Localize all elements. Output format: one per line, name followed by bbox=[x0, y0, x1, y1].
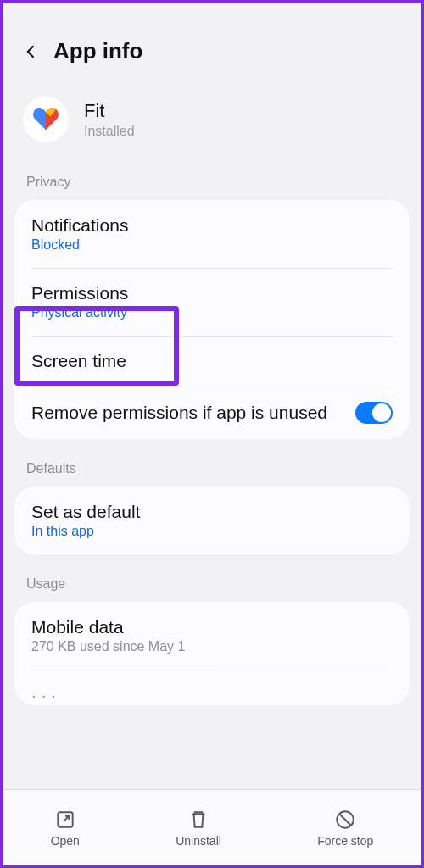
back-icon[interactable] bbox=[23, 43, 40, 60]
set-default-sub: In this app bbox=[31, 524, 393, 539]
section-label-privacy: Privacy bbox=[14, 168, 410, 200]
open-icon bbox=[54, 809, 76, 831]
app-status: Installed bbox=[84, 124, 135, 139]
defaults-card: Set as default In this app bbox=[14, 487, 410, 554]
uninstall-label: Uninstall bbox=[176, 834, 221, 848]
notifications-title: Notifications bbox=[31, 215, 393, 236]
force-stop-button[interactable]: Force stop bbox=[317, 809, 373, 848]
app-name: Fit bbox=[84, 100, 135, 122]
bottom-bar: Open Uninstall Force stop bbox=[3, 789, 421, 865]
permissions-row[interactable]: Permissions Physical activity bbox=[14, 268, 410, 336]
section-label-defaults: Defaults bbox=[14, 454, 410, 487]
force-stop-label: Force stop bbox=[317, 834, 373, 848]
privacy-card: Notifications Blocked Permissions Physic… bbox=[14, 200, 410, 439]
cutoff-row: · · · bbox=[14, 670, 410, 705]
google-fit-heart-icon bbox=[32, 108, 59, 131]
app-icon bbox=[23, 97, 69, 142]
screen-time-row[interactable]: Screen time bbox=[14, 336, 410, 387]
notifications-row[interactable]: Notifications Blocked bbox=[14, 200, 410, 268]
page-title: App info bbox=[53, 38, 142, 64]
uninstall-button[interactable]: Uninstall bbox=[176, 809, 221, 848]
notifications-sub: Blocked bbox=[31, 237, 393, 253]
mobile-data-title: Mobile data bbox=[31, 617, 393, 637]
remove-perms-row[interactable]: Remove permissions if app is unused bbox=[14, 387, 410, 439]
set-default-row[interactable]: Set as default In this app bbox=[14, 487, 410, 554]
app-summary: Fit Installed bbox=[14, 90, 410, 168]
permissions-sub: Physical activity bbox=[31, 305, 393, 320]
force-stop-icon bbox=[334, 809, 356, 831]
trash-icon bbox=[187, 809, 209, 831]
open-label: Open bbox=[51, 834, 80, 848]
section-label-usage: Usage bbox=[14, 570, 410, 602]
usage-card: Mobile data 270 KB used since May 1 · · … bbox=[14, 602, 410, 705]
mobile-data-sub: 270 KB used since May 1 bbox=[31, 639, 393, 654]
remove-perms-title: Remove permissions if app is unused bbox=[31, 403, 340, 423]
screen-time-title: Screen time bbox=[31, 351, 393, 371]
set-default-title: Set as default bbox=[31, 502, 393, 522]
remove-perms-toggle[interactable] bbox=[355, 402, 393, 424]
open-button[interactable]: Open bbox=[51, 809, 80, 848]
permissions-title: Permissions bbox=[31, 283, 393, 303]
mobile-data-row[interactable]: Mobile data 270 KB used since May 1 bbox=[14, 602, 410, 670]
